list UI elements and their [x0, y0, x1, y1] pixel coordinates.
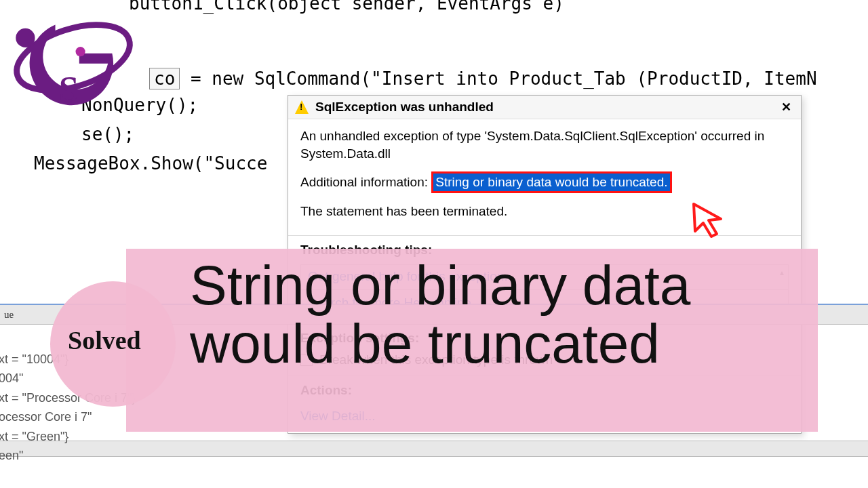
exception-message: An unhandled exception of type 'System.D… — [300, 127, 789, 162]
close-icon[interactable]: ✕ — [778, 100, 794, 115]
highlighted-error-text: String or binary data would be truncated… — [431, 171, 671, 193]
exception-titlebar: SqlException was unhandled ✕ — [288, 96, 801, 119]
solved-label: Solved — [68, 325, 141, 355]
svg-point-1 — [16, 28, 35, 47]
cursor-arrow-icon — [688, 199, 729, 239]
code-line-sqlcommand: co = new SqlCommand("Insert into Product… — [149, 68, 817, 89]
var-co: co — [149, 68, 180, 89]
warning-icon — [295, 100, 309, 114]
thumbnail-title: String or binary data would be truncated — [190, 256, 690, 373]
code-line-method-signature: button1_Click(object sender, EventArgs e… — [129, 0, 564, 14]
exception-title: SqlException was unhandled — [315, 100, 494, 115]
exception-additional-info: Additional information: String or binary… — [300, 171, 789, 193]
svg-point-2 — [76, 47, 85, 56]
svg-text:S: S — [59, 69, 79, 108]
code-line-close: se(); — [81, 124, 134, 144]
code-line-messagebox: MessageBox.Show("Succe — [34, 153, 267, 174]
channel-logo: S — [5, 7, 141, 108]
